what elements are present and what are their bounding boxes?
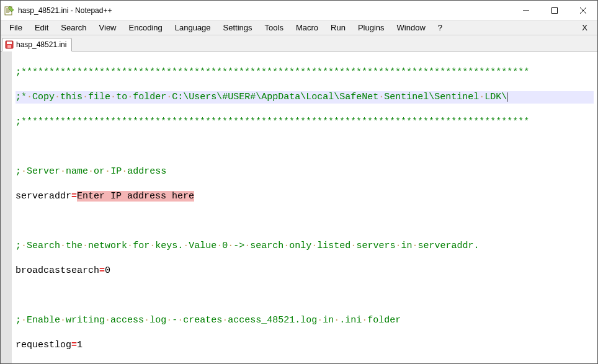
menu-view[interactable]: View <box>93 22 123 33</box>
menu-bar: File Edit Search View Encoding Language … <box>1 20 597 35</box>
tab-bar: hasp_48521.ini <box>1 35 597 51</box>
svg-rect-1 <box>552 7 558 13</box>
menu-search[interactable]: Search <box>55 22 92 33</box>
tab-label: hasp_48521.ini <box>16 40 66 49</box>
document-tab[interactable]: hasp_48521.ini <box>2 38 72 51</box>
menu-window[interactable]: Window <box>391 22 432 33</box>
svg-rect-3 <box>7 42 12 44</box>
file-unsaved-icon <box>5 40 14 49</box>
minimize-button[interactable] <box>512 1 540 20</box>
menu-edit[interactable]: Edit <box>29 22 55 33</box>
window-controls <box>512 1 597 20</box>
menu-help[interactable]: ? <box>432 22 448 33</box>
menu-language[interactable]: Language <box>169 22 217 33</box>
svg-rect-4 <box>7 45 11 48</box>
menu-macro[interactable]: Macro <box>290 22 324 33</box>
menu-run[interactable]: Run <box>324 22 352 33</box>
close-doc-button[interactable]: X <box>574 22 595 33</box>
close-button[interactable] <box>569 1 597 20</box>
menu-plugins[interactable]: Plugins <box>352 22 391 33</box>
window-title: hasp_48521.ini - Notepad++ <box>18 6 512 15</box>
menu-tools[interactable]: Tools <box>259 22 290 33</box>
menu-file[interactable]: File <box>3 22 29 33</box>
title-bar: hasp_48521.ini - Notepad++ <box>1 1 597 20</box>
editor-area[interactable]: ;***************************************… <box>1 51 597 363</box>
maximize-button[interactable] <box>540 1 569 20</box>
menu-settings[interactable]: Settings <box>217 22 259 33</box>
text-caret <box>507 92 507 102</box>
menu-encoding[interactable]: Encoding <box>123 22 169 33</box>
notepadpp-icon <box>4 6 14 16</box>
